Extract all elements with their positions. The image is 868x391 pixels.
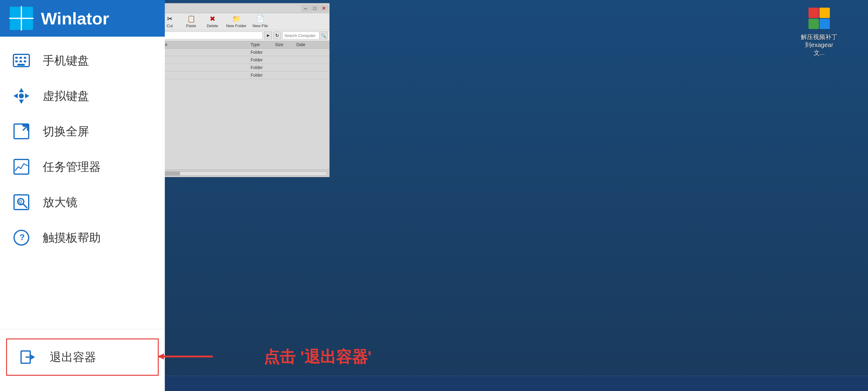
svg-marker-16	[13, 93, 18, 99]
svg-rect-0	[10, 7, 21, 18]
svg-rect-7	[15, 57, 18, 59]
svg-line-26	[23, 204, 27, 208]
svg-rect-9	[24, 57, 26, 59]
sidebar-item-virtual-keyboard[interactable]: 虚拟键盘	[0, 78, 165, 114]
fullscreen-label: 切换全屏	[43, 124, 89, 139]
table-row[interactable]: Folder	[159, 49, 329, 56]
file-toolbar: ✂ Cut 📋 Paste ✖ Delete 📁 New Folder 📄 Ne…	[159, 13, 329, 30]
annotation-exit-text: '退出容器'	[300, 346, 371, 368]
exit-icon	[19, 348, 37, 366]
search-box: 🔍	[282, 31, 328, 39]
file-type: Folder	[251, 73, 275, 78]
sidebar-item-touchpad-help[interactable]: ? 触摸板帮助	[0, 220, 165, 255]
svg-rect-8	[20, 57, 22, 59]
svg-marker-15	[19, 100, 24, 104]
svg-marker-33	[158, 354, 164, 360]
sidebar-footer: 退出容器 点击 '退出容器'	[0, 329, 165, 391]
maximize-button[interactable]: □	[310, 5, 319, 11]
col-name: me	[161, 42, 251, 47]
new-file-icon: 📄	[256, 15, 264, 23]
minimize-button[interactable]: –	[301, 5, 310, 11]
table-row[interactable]: Folder	[159, 72, 329, 79]
desktop-icon-archive[interactable]: 解压视频补丁到exagear文...	[801, 6, 837, 57]
virtual-keyboard-label: 虚拟键盘	[43, 88, 89, 104]
new-file-button[interactable]: 📄 New File	[252, 15, 268, 28]
paste-button[interactable]: 📋 Paste	[183, 15, 199, 28]
paste-icon: 📋	[187, 15, 195, 23]
sidebar-header: Winlator	[0, 0, 165, 37]
left-arrow	[152, 351, 213, 364]
window-titlebar: – □ ✕	[159, 3, 329, 13]
touchpad-help-label: 触摸板帮助	[43, 230, 101, 246]
magnifier-label: 放大镜	[43, 195, 78, 210]
new-folder-icon: 📁	[232, 15, 241, 23]
scrollbar[interactable]	[161, 171, 327, 176]
sidebar-item-fullscreen[interactable]: 切换全屏	[0, 114, 165, 149]
cut-icon: ✂	[167, 15, 173, 23]
refresh-button[interactable]: ↻	[273, 31, 281, 39]
desktop-icons: 解压视频补丁到exagear文...	[801, 6, 837, 57]
svg-point-18	[19, 93, 24, 99]
svg-rect-13	[18, 64, 25, 66]
col-type: Type	[251, 42, 275, 47]
windows-logo	[9, 6, 34, 31]
sidebar-items: 手机键盘 虚拟键盘	[0, 37, 165, 329]
col-size: Size	[275, 42, 296, 47]
sidebar-item-magnifier[interactable]: Q 放大镜	[0, 185, 165, 220]
file-type: Folder	[251, 57, 275, 62]
file-type: Folder	[251, 50, 275, 55]
svg-rect-3	[22, 19, 33, 30]
file-list: me Type Size Date Folder Folder Folder	[159, 41, 329, 170]
svg-rect-2	[10, 19, 21, 30]
svg-text:?: ?	[20, 232, 25, 242]
svg-rect-1	[22, 7, 33, 18]
app-title: Winlator	[41, 8, 109, 28]
svg-text:Q: Q	[19, 199, 22, 204]
delete-icon: ✖	[210, 15, 215, 23]
help-icon: ?	[12, 228, 31, 247]
status-bar	[159, 170, 329, 177]
keyboard-icon	[12, 51, 31, 69]
sidebar: Winlator 手机键盘	[0, 0, 165, 391]
paste-label: Paste	[186, 24, 196, 28]
file-type: Folder	[251, 65, 275, 70]
svg-rect-10	[15, 60, 18, 62]
file-explorer-window: – □ ✕ ✂ Cut 📋 Paste ✖ Delete 📁 New Folde…	[159, 3, 330, 177]
close-button[interactable]: ✕	[319, 5, 328, 11]
new-folder-button[interactable]: 📁 New Folder	[226, 15, 246, 28]
annotation-arrow: 点击 '退出容器'	[264, 346, 371, 368]
magnifier-icon: Q	[12, 193, 31, 212]
sidebar-item-mobile-keyboard[interactable]: 手机键盘	[0, 43, 165, 78]
annotation-click-text: 点击	[264, 346, 296, 368]
address-input[interactable]	[161, 31, 263, 39]
dpad-icon	[12, 87, 31, 105]
desktop-icon-label: 解压视频补丁到exagear文...	[801, 33, 837, 57]
task-manager-label: 任务管理器	[43, 159, 101, 175]
table-row[interactable]: Folder	[159, 56, 329, 64]
delete-button[interactable]: ✖ Delete	[205, 15, 220, 28]
search-input[interactable]	[283, 32, 319, 39]
cut-label: Cut	[167, 24, 173, 28]
archive-icon	[807, 6, 831, 31]
table-row[interactable]: Folder	[159, 64, 329, 72]
fullscreen-icon	[12, 122, 31, 141]
file-table-header: me Type Size Date	[159, 41, 329, 49]
exit-label: 退出容器	[50, 350, 96, 365]
search-button[interactable]: 🔍	[319, 32, 327, 39]
svg-marker-17	[25, 93, 29, 99]
file-table-body: Folder Folder Folder Folder	[159, 49, 329, 170]
navigate-button[interactable]: ➤	[264, 31, 272, 39]
sidebar-item-task-manager[interactable]: 任务管理器	[0, 149, 165, 185]
delete-label: Delete	[207, 24, 218, 28]
address-bar: ➤ ↻ 🔍	[159, 30, 329, 41]
new-file-label: New File	[252, 24, 268, 28]
new-folder-label: New Folder	[226, 24, 246, 28]
sidebar-item-exit[interactable]: 退出容器 点击 '退出容器'	[6, 338, 159, 376]
svg-marker-14	[19, 88, 24, 92]
col-date: Date	[296, 42, 327, 47]
task-manager-icon	[12, 158, 31, 176]
svg-rect-12	[24, 60, 26, 62]
svg-rect-11	[20, 60, 22, 62]
mobile-keyboard-label: 手机键盘	[43, 53, 89, 68]
